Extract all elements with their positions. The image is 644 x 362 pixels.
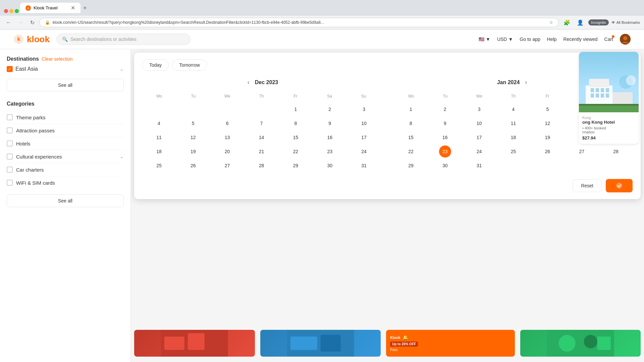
day-cell[interactable]: 29 — [405, 160, 417, 172]
day-cell[interactable]: 25 — [153, 160, 165, 172]
day-cell[interactable]: 2 — [324, 103, 336, 115]
tomorrow-button[interactable]: Tomorrow — [172, 59, 207, 71]
category-hotels[interactable]: Hotels — [7, 137, 124, 150]
day-cell-selected[interactable]: 23 — [439, 145, 451, 158]
day-cell[interactable]: 21 — [255, 145, 267, 158]
day-cell[interactable]: 26 — [541, 145, 553, 158]
day-cell[interactable]: 8 — [289, 117, 302, 129]
day-cell[interactable]: 1 — [289, 103, 302, 115]
day-cell[interactable]: 1 — [405, 103, 417, 115]
day-cell[interactable]: 27 — [221, 160, 233, 172]
recently-viewed-link[interactable]: Recently viewed — [564, 37, 598, 42]
day-cell[interactable]: 30 — [439, 160, 451, 172]
day-cell[interactable]: 29 — [289, 160, 302, 172]
day-cell[interactable]: 10 — [358, 117, 370, 129]
category-checkbox[interactable] — [7, 127, 13, 133]
reload-button[interactable]: ↻ — [28, 18, 37, 27]
day-cell[interactable]: 20 — [221, 145, 233, 158]
day-cell[interactable]: 7 — [255, 117, 267, 129]
day-cell[interactable]: 30 — [324, 160, 336, 172]
day-cell[interactable]: 31 — [473, 160, 485, 172]
back-button[interactable]: ← — [4, 18, 13, 27]
go-to-app-link[interactable]: Go to app — [520, 37, 540, 42]
day-cell[interactable]: 27 — [576, 145, 588, 158]
category-checkbox[interactable] — [7, 114, 13, 120]
day-cell[interactable]: 6 — [221, 117, 233, 129]
clear-selection-button[interactable]: Clear selection — [42, 56, 73, 62]
active-tab[interactable]: K Klook Travel ✕ — [20, 3, 80, 13]
day-cell[interactable]: 18 — [153, 145, 165, 158]
day-cell[interactable]: 13 — [221, 131, 233, 143]
day-cell[interactable]: 22 — [405, 145, 417, 158]
day-cell[interactable]: 16 — [324, 131, 336, 143]
user-avatar[interactable] — [620, 34, 631, 45]
day-cell[interactable]: 10 — [473, 117, 485, 129]
day-cell[interactable]: 25 — [507, 145, 519, 158]
day-cell[interactable]: 15 — [289, 131, 302, 143]
reset-button[interactable]: Reset — [573, 179, 602, 192]
category-checkbox[interactable] — [7, 140, 13, 146]
today-button[interactable]: Today — [142, 59, 169, 71]
day-cell[interactable]: 19 — [541, 131, 553, 143]
klook-pass-card[interactable]: Klook 🔔 Up to 26% OFF Pass — [386, 330, 515, 357]
bottom-card-2[interactable] — [260, 330, 381, 357]
destination-east-asia[interactable]: ✓ East Asia ⌄ — [7, 63, 124, 75]
help-link[interactable]: Help — [547, 37, 557, 42]
category-car-charters[interactable]: Car charters — [7, 163, 124, 176]
search-bar[interactable]: 🔍 Search destinations or activities — [56, 34, 191, 45]
hotel-card[interactable]: Kong ong Kong Hotel • 400+ booked rmatio… — [579, 52, 639, 144]
language-selector[interactable]: 🇺🇸 ▼ — [479, 37, 490, 42]
day-cell[interactable]: 9 — [324, 117, 336, 129]
day-cell[interactable]: 9 — [439, 117, 451, 129]
cart-button[interactable]: Cart — [604, 37, 613, 42]
bookmarks-button[interactable]: 👁 All Bookmarks — [611, 20, 640, 24]
day-cell[interactable]: 26 — [187, 160, 199, 172]
see-all-destinations-button[interactable]: See all — [7, 79, 124, 92]
day-cell[interactable]: 28 — [255, 160, 267, 172]
day-cell[interactable]: 15 — [405, 131, 417, 143]
day-cell[interactable]: 5 — [541, 103, 553, 115]
day-cell[interactable]: 3 — [358, 103, 370, 115]
category-checkbox[interactable] — [7, 167, 13, 173]
category-checkbox[interactable] — [7, 154, 13, 160]
prev-month-button[interactable]: ‹ — [245, 77, 252, 87]
day-cell[interactable]: 11 — [153, 131, 165, 143]
category-checkbox[interactable] — [7, 180, 13, 186]
day-cell[interactable]: 17 — [473, 131, 485, 143]
day-cell[interactable]: 11 — [507, 117, 519, 129]
day-cell[interactable]: 3 — [473, 103, 485, 115]
day-cell[interactable]: 18 — [507, 131, 519, 143]
day-cell[interactable]: 31 — [358, 160, 370, 172]
profile-button[interactable]: 👤 — [575, 18, 586, 27]
day-cell[interactable]: 4 — [507, 103, 519, 115]
day-cell[interactable]: 24 — [473, 145, 485, 158]
day-cell[interactable]: 22 — [289, 145, 302, 158]
bottom-card-1[interactable] — [134, 330, 255, 357]
category-attraction-passes[interactable]: Attraction passes — [7, 124, 124, 137]
day-cell[interactable]: 8 — [405, 117, 417, 129]
destination-checkbox-checked[interactable]: ✓ — [7, 66, 13, 72]
category-cultural-experiences[interactable]: Cultural experiences ⌄ — [7, 150, 124, 163]
forward-button[interactable]: → — [16, 18, 25, 27]
new-tab-button[interactable]: + — [80, 3, 90, 13]
extensions-button[interactable]: 🧩 — [561, 18, 572, 27]
category-wifi-sim[interactable]: WiFi & SIM cards — [7, 176, 124, 189]
next-month-button[interactable]: › — [522, 77, 530, 87]
bottom-card-3[interactable] — [520, 330, 641, 357]
day-cell[interactable]: 14 — [255, 131, 267, 143]
day-cell[interactable]: 2 — [439, 103, 451, 115]
klook-logo[interactable]: k klook — [13, 34, 50, 45]
day-cell[interactable]: 12 — [187, 131, 199, 143]
tab-close-button[interactable]: ✕ — [71, 5, 75, 11]
currency-selector[interactable]: USD ▼ — [497, 37, 513, 42]
address-bar[interactable]: 🔒 klook.com/en-US/search/result/?query=h… — [39, 18, 559, 27]
see-all-categories-button[interactable]: See all — [7, 194, 124, 207]
day-cell[interactable]: 4 — [153, 117, 165, 129]
day-cell[interactable]: 5 — [187, 117, 199, 129]
day-cell[interactable]: 12 — [541, 117, 553, 129]
day-cell[interactable]: 17 — [358, 131, 370, 143]
day-cell[interactable]: 19 — [187, 145, 199, 158]
day-cell[interactable]: 23 — [324, 145, 336, 158]
category-theme-parks[interactable]: Theme parks — [7, 111, 124, 124]
day-cell[interactable]: 24 — [358, 145, 370, 158]
